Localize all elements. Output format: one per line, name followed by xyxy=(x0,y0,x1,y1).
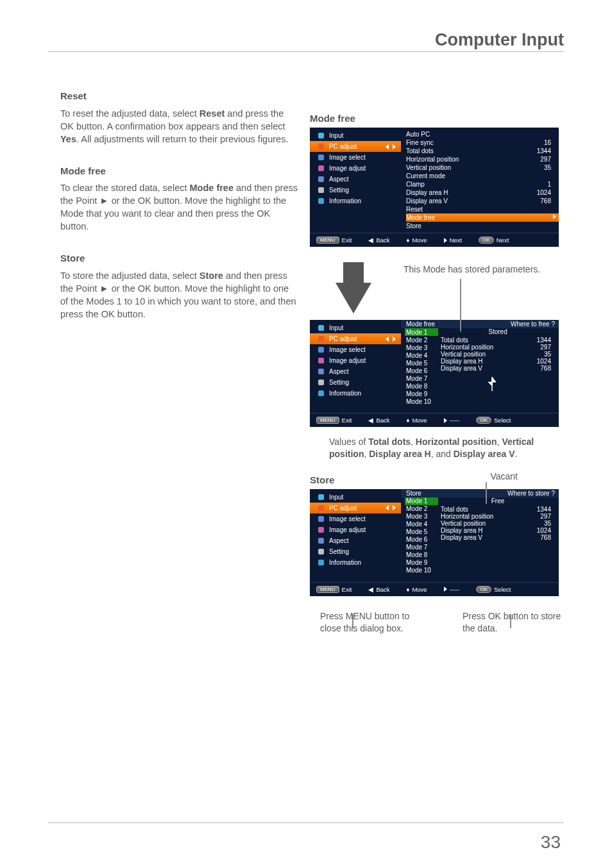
menu-item-information[interactable]: Information xyxy=(310,557,401,568)
row-label: Clamp xyxy=(406,181,425,188)
menu-item-image-adjust[interactable]: Image adjust xyxy=(310,524,401,535)
mode-row[interactable]: Mode 10 xyxy=(405,397,438,405)
menu-item-information[interactable]: Information xyxy=(310,196,401,206)
pc-adjust-row[interactable]: Display area H1024 xyxy=(406,188,555,197)
menu-item-image-adjust[interactable]: Image adjust xyxy=(310,163,401,174)
menu-item-setting[interactable]: Setting xyxy=(310,185,401,196)
menu-item-label: PC adjust xyxy=(329,143,357,150)
osd-content: Store Where to store ? Mode 1Mode 2Mode … xyxy=(401,489,559,582)
status-free: Free xyxy=(441,497,555,506)
mode-row[interactable]: Mode 2 xyxy=(405,336,438,344)
pc-adjust-row[interactable]: Clamp1 xyxy=(406,180,555,188)
mode-row[interactable]: Mode 1 xyxy=(405,497,438,505)
rect-icon xyxy=(316,369,325,375)
menu-key: MENU xyxy=(316,237,339,244)
stored-callout: This Mode has stored parameters. xyxy=(348,260,540,276)
osd-modefree: InputPC adjustImage selectImage adjustAs… xyxy=(310,320,559,427)
mode-row[interactable]: Mode 4 xyxy=(405,521,438,528)
mode-row[interactable]: Mode 5 xyxy=(405,359,438,367)
data-row: Vertical position35 xyxy=(441,520,555,527)
osd-store: InputPC adjustImage selectImage adjustAs… xyxy=(310,489,559,596)
menu-item-pc-adjust[interactable]: PC adjust xyxy=(310,141,401,152)
mode-row[interactable]: Mode 7 xyxy=(405,374,438,382)
menu-item-information[interactable]: Information xyxy=(310,388,401,399)
menu-item-image-select[interactable]: Image select xyxy=(310,513,401,524)
menu-item-label: Input xyxy=(329,494,343,501)
data-value: 768 xyxy=(540,534,551,541)
pc-adjust-row[interactable]: Store xyxy=(406,222,555,230)
menu-item-setting[interactable]: Setting xyxy=(310,546,401,557)
input-icon xyxy=(316,325,325,331)
mode-row[interactable]: Mode 8 xyxy=(405,551,438,559)
data-value: 768 xyxy=(540,365,551,372)
osd-footer: MENUExit ◀Back ♦Move ----- OKSelect xyxy=(310,413,559,427)
pc-adjust-row[interactable]: Total dots1344 xyxy=(406,147,555,155)
row-value: 297 xyxy=(540,156,551,163)
mode-row[interactable]: Mode 9 xyxy=(405,559,438,567)
pointer-icon xyxy=(441,372,555,394)
gear-icon xyxy=(316,187,325,194)
pc-adjust-row[interactable]: Current mode xyxy=(406,172,555,180)
values-caption: Values of Total dots, Horizontal positio… xyxy=(329,436,547,460)
gear-icon xyxy=(316,548,325,555)
mode-row[interactable]: Mode 1 xyxy=(405,328,438,336)
reset-body: To reset the adjusted data, select Reset… xyxy=(60,107,298,146)
mode-row[interactable]: Mode 3 xyxy=(405,344,438,351)
data-value: 1344 xyxy=(537,506,551,513)
row-value: 1024 xyxy=(537,189,551,196)
row-label: Vertical position xyxy=(406,164,451,171)
data-label: Vertical position xyxy=(441,351,486,358)
row-value: 35 xyxy=(544,164,551,171)
sliders-icon xyxy=(316,358,325,364)
pc-adjust-row[interactable]: Mode free xyxy=(406,213,559,222)
mode-row[interactable]: Mode 10 xyxy=(405,567,438,574)
mode-row[interactable]: Mode 4 xyxy=(405,351,438,359)
pc-adjust-row[interactable]: Horizontal position297 xyxy=(406,155,555,163)
mode-row[interactable]: Mode 3 xyxy=(405,513,438,521)
mode-row[interactable]: Mode 5 xyxy=(405,528,438,536)
vacant-label: Vacant xyxy=(490,471,518,483)
menu-item-pc-adjust[interactable]: PC adjust xyxy=(310,503,401,513)
section-header: Computer Input xyxy=(48,30,564,52)
sliders-icon xyxy=(316,526,325,533)
row-label: Reset xyxy=(406,206,423,213)
panel-header-label: Store xyxy=(406,490,421,497)
data-label: Display area V xyxy=(441,365,482,372)
menu-item-label: Input xyxy=(329,132,343,139)
pc-adjust-row[interactable]: Reset xyxy=(406,205,555,213)
pc-adjust-row[interactable]: Auto PC xyxy=(406,130,555,138)
menu-item-input[interactable]: Input xyxy=(310,492,401,503)
pc-adjust-row[interactable]: Display area V768 xyxy=(406,197,555,205)
menu-item-pc-adjust[interactable]: PC adjust xyxy=(310,333,401,344)
menu-item-label: Aspect xyxy=(329,176,349,183)
data-value: 1024 xyxy=(537,527,551,534)
menu-item-image-adjust[interactable]: Image adjust xyxy=(310,355,401,366)
mode-row[interactable]: Mode 7 xyxy=(405,544,438,551)
data-label: Display area H xyxy=(441,358,483,365)
reset-block: Reset To reset the adjusted data, select… xyxy=(60,90,298,146)
menu-item-setting[interactable]: Setting xyxy=(310,377,401,388)
mode-row[interactable]: Mode 6 xyxy=(405,367,438,374)
mode-list: Mode 1Mode 2Mode 3Mode 4Mode 5Mode 6Mode… xyxy=(401,328,438,405)
pc-adjust-row[interactable]: Fine sync16 xyxy=(406,138,555,147)
info-icon xyxy=(316,198,325,204)
menu-item-label: Image adjust xyxy=(329,165,366,172)
data-row: Display area V768 xyxy=(441,534,555,541)
mode-row[interactable]: Mode 9 xyxy=(405,390,438,397)
osd-pc-adjust: InputPC adjustImage selectImage adjustAs… xyxy=(310,128,559,247)
menu-item-input[interactable]: Input xyxy=(310,130,401,141)
data-value: 1024 xyxy=(537,358,551,365)
callout-line xyxy=(486,482,487,504)
menu-item-aspect[interactable]: Aspect xyxy=(310,366,401,377)
tool-icon xyxy=(316,505,325,511)
menu-item-aspect[interactable]: Aspect xyxy=(310,174,401,185)
menu-item-aspect[interactable]: Aspect xyxy=(310,535,401,546)
mode-row[interactable]: Mode 8 xyxy=(405,382,438,390)
mode-row[interactable]: Mode 2 xyxy=(405,505,438,513)
page-number: 33 xyxy=(541,832,561,853)
mode-row[interactable]: Mode 6 xyxy=(405,536,438,544)
menu-item-image-select[interactable]: Image select xyxy=(310,152,401,163)
menu-item-input[interactable]: Input xyxy=(310,322,401,333)
menu-item-image-select[interactable]: Image select xyxy=(310,344,401,355)
pc-adjust-row[interactable]: Vertical position35 xyxy=(406,163,555,172)
